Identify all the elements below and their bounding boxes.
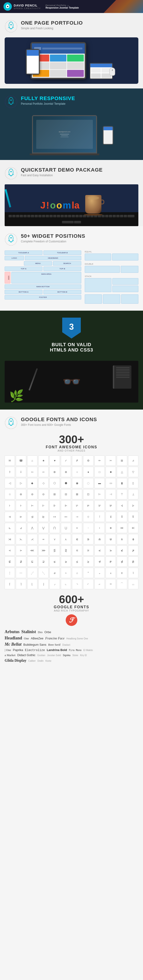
icon-cell-59: ⊱ — [128, 500, 138, 511]
font-row-2: Headland One ABeeZee Francine Face Headl… — [5, 636, 138, 641]
icon-cell-72: ⊾ — [5, 523, 15, 533]
icon-cell-81: ⋇ — [106, 523, 116, 533]
section5-title2: HTML5 AND CSS3 — [50, 347, 93, 353]
font-didact-gothic: Didact Gothic — [17, 653, 35, 657]
logo-icon — [3, 2, 12, 11]
font-dodin: Dodin — [38, 660, 44, 662]
icon-cell-89: ⋏ — [61, 534, 71, 544]
svg-point-12 — [10, 237, 12, 238]
desk-scene: 👓 🌿 — [5, 361, 138, 402]
section4-subtitle: Complete Freedom of Customization — [21, 240, 85, 243]
section1-titles: ONE PAGE PORTFOLIO Simple and Fresh Look… — [21, 20, 83, 30]
joomla-o1: o — [50, 200, 56, 211]
icon-cell-31: ◌ — [83, 478, 93, 488]
icon-cell-90: ⋐ — [72, 534, 82, 544]
icon-cell-14: ⇦ — [27, 467, 37, 477]
font-glida: Glida Display — [5, 659, 27, 663]
icon-cell-36: ☆ — [5, 489, 15, 500]
icon-cell-26: ◆ — [27, 478, 37, 488]
icon-cell-51: ⊩ — [38, 500, 49, 511]
icon-cell-33: ▭ — [106, 478, 116, 488]
font-awesome-num: 300+ — [5, 434, 138, 445]
pencil-visual — [29, 368, 38, 390]
section-fonts: GOOGLE FONTS AND ICONS 300+ Font Icons a… — [0, 410, 143, 667]
joomla-la: la — [72, 200, 79, 211]
google-fonts-count: 600+ GOOGLE FONTS AND RICH TYPOGRAPHY — [5, 594, 138, 612]
font-stoke: Stoke — [72, 654, 78, 657]
icon-cell-6: ✗ — [72, 455, 82, 466]
icon-cell-118: ⋬ — [117, 557, 127, 567]
widget-toolbar-a: TOOLBAR-A — [5, 250, 43, 255]
svg-point-6 — [10, 99, 12, 101]
icon-cell-78: ⋄ — [72, 523, 82, 533]
joomla-o2: o — [56, 200, 62, 211]
widget-double-block: DOUBLE — [85, 263, 138, 273]
icon-cell-97: ⋗ — [16, 546, 26, 555]
font-icons-grid: ✉☎⌂★♥✓✗⚙✏✂⊞♬⇧⇩⇦⇨⊕⊗○●□■△▽◁▷◆◇⬡⬢◉◌▬▭▮▯☆⊛⊜⊝… — [5, 455, 138, 589]
icon-cell-99: ⋙ — [38, 546, 49, 555]
icon-cell-116: ⋪ — [94, 557, 105, 567]
brand-tagline: SPEED.CREATIVITY — [14, 7, 41, 10]
icon-cell-82: ⋈ — [117, 523, 127, 533]
widget-extra-layouts — [85, 294, 138, 304]
icon-cell-109: ⋣ — [16, 557, 26, 567]
icon-cell-18: ○ — [72, 467, 82, 477]
icon-cell-60: ⊲ — [5, 512, 15, 522]
icon-cell-54: ⊬ — [72, 500, 82, 511]
section2-main-title: FULLY RESPONSIVE — [21, 95, 75, 102]
icon-cell-87: ⋍ — [38, 534, 49, 544]
section4-header: 50+ WIDGET POSITIONS Complete Freedom of… — [5, 233, 138, 246]
widget-headband: HEADBAND — [25, 256, 81, 260]
font-awesome-label: FONT AWESOME ICONS — [5, 445, 138, 449]
icon-cell-38: ⊜ — [27, 489, 37, 500]
icon-cell-110: ⋤ — [27, 557, 37, 567]
portfolio-label: Personal Portfolio — — [46, 4, 79, 6]
icon-cell-74: ⋀ — [27, 523, 37, 533]
icon-cell-120: ⋮ — [5, 568, 15, 578]
icon-cell-67: ⊹ — [83, 512, 93, 522]
icon-cell-47: ⊥ — [128, 489, 138, 500]
icon-cell-136: ⌌ — [49, 579, 60, 589]
icon-cell-20: □ — [94, 467, 105, 477]
widget-diagram: TOOLBAR-A TOOLBAR-B LOGO HEADBAND LOGO M… — [5, 250, 138, 304]
widget-logo: LOGO — [5, 256, 24, 260]
icon-cell-135: ⌋ — [38, 579, 49, 589]
icon-cell-61: ⊳ — [16, 512, 26, 522]
header-illustration — [97, 0, 143, 13]
widget-left-diagram: TOOLBAR-A TOOLBAR-B LOGO HEADBAND LOGO M… — [5, 250, 81, 304]
icon-cell-69: ⊻ — [106, 512, 116, 522]
widget-main-area: MAIN AREA — [11, 272, 81, 283]
icon-cell-106: ⋠ — [117, 546, 127, 555]
svg-point-13 — [5, 417, 17, 429]
section2-header: FULLY RESPONSIVE Personal Portfolio Joom… — [5, 95, 138, 108]
joomla-j: J — [40, 200, 46, 211]
icon-cell-141: ⌑ — [106, 579, 116, 589]
icon-cell-79: ⋅ — [83, 523, 93, 533]
icon-cell-132: ⌈ — [5, 579, 15, 589]
icon-cell-121: ⋯ — [16, 568, 26, 578]
quickstart-content: J ! o o m la — [5, 185, 138, 226]
font-headlong: Headlong Some One — [67, 637, 88, 640]
icon-cell-62: ⊴ — [27, 512, 37, 522]
icon-cell-93: ⋓ — [106, 534, 116, 544]
google-fonts-label: GOOGLE FONTS — [5, 605, 138, 609]
css3-badge: 3 — [62, 318, 81, 339]
font-f-icon: ℱ — [66, 614, 77, 626]
font-paprika: Paprika — [13, 648, 23, 652]
google-fonts-num: 600+ — [5, 594, 138, 605]
icon-cell-28: ⬡ — [49, 478, 60, 488]
widget-equal-block: EQUAL — [85, 250, 138, 261]
widget-right-diagram: EQUAL DOUBLE STACK — [85, 250, 138, 304]
font-bree-serif: Bree Serif — [48, 643, 60, 647]
section4-main-title: 50+ WIDGET POSITIONS — [21, 233, 85, 239]
laptop-wrap: davidpencil.com — [30, 115, 99, 155]
coffee-visual — [84, 195, 103, 215]
icon-cell-52: ⊪ — [49, 500, 60, 511]
section4-titles: 50+ WIDGET POSITIONS Complete Freedom of… — [21, 233, 85, 243]
icon-cell-108: ⋢ — [5, 557, 15, 567]
icon-cell-25: ▷ — [16, 478, 26, 488]
font-row-1: Arbutus Stalinist Dro Orbe — [5, 629, 138, 634]
icon-cell-124: ⌀ — [49, 568, 60, 578]
icon-cell-104: ⋞ — [94, 546, 105, 555]
icon-cell-63: ⊵ — [38, 512, 49, 522]
